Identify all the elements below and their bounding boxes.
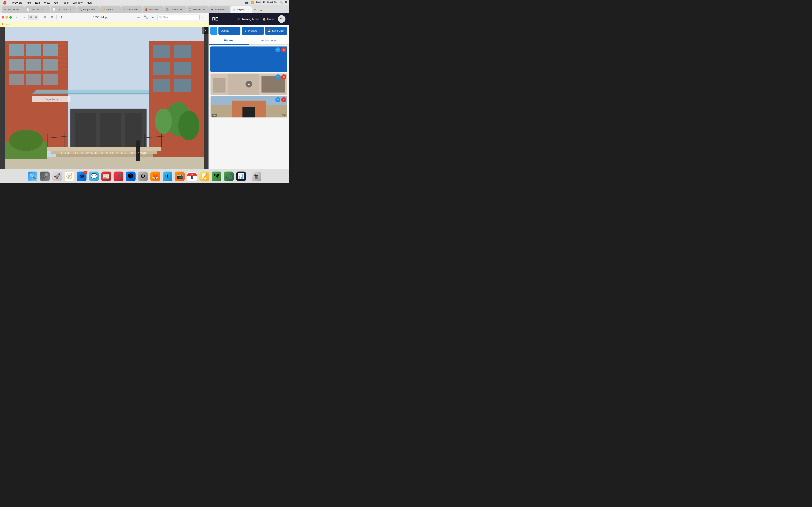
safari-icon: 🧭 xyxy=(64,172,74,181)
amplify-logo: RE xyxy=(212,16,218,22)
training-mode-nav[interactable]: 🎓 Training Mode xyxy=(237,17,259,21)
tab-amplify-close[interactable]: ✕ xyxy=(247,8,250,11)
dock-calendar[interactable]: SEP 6 xyxy=(187,171,198,182)
preview-button[interactable]: 🖥 Preview xyxy=(242,27,264,35)
tab-store[interactable]: 🛒 Our Store xyxy=(121,6,142,13)
dock-safari[interactable]: 🧭 xyxy=(64,171,75,182)
zoom-out-button[interactable]: ⊖ xyxy=(42,14,48,20)
new-tab-button[interactable]: + xyxy=(252,7,258,13)
tab-overflow-button[interactable]: ⌄ xyxy=(258,7,264,13)
update-button[interactable]: Update xyxy=(218,27,241,35)
dock-launchpad[interactable]: 🚀 xyxy=(52,171,63,182)
dock-photos[interactable]: 📷 xyxy=(174,171,185,182)
user-avatar[interactable]: YL xyxy=(278,15,286,23)
main-thumb-edit-button[interactable]: ✏ xyxy=(275,47,281,52)
back-action-button[interactable]: ‹ xyxy=(210,27,217,35)
preview-close-button[interactable]: ✕ xyxy=(202,27,208,34)
airplay-icon[interactable]: 📺 xyxy=(245,1,248,4)
photo-thumb-1[interactable]: ✏ ✕ ▶ xyxy=(210,73,287,95)
thumb1-delete-button[interactable]: ✕ xyxy=(281,74,286,79)
dock-mail[interactable]: ✉ 1 xyxy=(76,171,87,182)
rotate-button[interactable]: ↩ xyxy=(150,14,156,20)
menu-help[interactable]: Help xyxy=(86,1,93,4)
markup-button[interactable]: ✏ xyxy=(136,14,142,20)
dock-siri[interactable]: 🎤 xyxy=(39,171,50,182)
dock-firefox[interactable]: 🦊 xyxy=(150,171,161,182)
dock-trash[interactable]: 🗑 xyxy=(251,171,262,182)
menu-file[interactable]: File xyxy=(26,1,32,4)
dock-music[interactable]: 🎵 xyxy=(113,171,124,182)
forward-button[interactable]: › xyxy=(21,14,27,20)
spotlight-icon[interactable]: 🔍 xyxy=(280,1,283,4)
menu-tools[interactable]: Tools xyxy=(61,1,69,4)
preview-toolbar: ‹ › ⊞ ▤ ⊖ ⊕ ⬆ _1350144.jpg ✏ 🔧 ↩ 🔍 Searc… xyxy=(0,13,208,22)
tab-attachments[interactable]: Attachments xyxy=(249,36,289,45)
tab-signin[interactable]: 🔑 Sign In xyxy=(100,6,121,13)
main-photo-thumbnail[interactable]: ✏ ✕ xyxy=(210,47,287,72)
dock-notes[interactable]: 📝 xyxy=(199,171,210,182)
save-draft-button[interactable]: 💾 Save Draft xyxy=(265,27,287,35)
dock-finder[interactable]: 🔍 xyxy=(27,171,38,182)
fullscreen-button[interactable] xyxy=(9,16,12,18)
menu-window[interactable]: Window xyxy=(72,1,83,4)
tab-mail[interactable]: ✉ RE: 411b C... xyxy=(2,6,24,13)
tools-button[interactable]: 🔧 xyxy=(143,14,149,20)
dock-torpedo[interactable]: ✈ xyxy=(162,171,173,182)
chu2-favicon: 📄 xyxy=(53,8,56,11)
tab-amplify[interactable]: 📊 Amplify ✕ xyxy=(231,6,252,13)
facetime-icon: 📹 xyxy=(224,172,234,181)
tab-trreb2[interactable]: 🏠 TRREB - M... xyxy=(187,6,209,13)
minimize-button[interactable] xyxy=(5,16,8,18)
dock-istat[interactable]: 📊 xyxy=(236,171,247,182)
tab-freeholds[interactable]: 🏘 Freeholds ... xyxy=(209,6,230,13)
more-button[interactable]: ⋯ xyxy=(201,14,207,20)
photo-thumb-2[interactable]: ✏ ✕ .jpg 0/50 xyxy=(210,96,287,117)
browser-window: ✉ RE: 411b C... 📄 Chu Liu 2023 T... 📄 Ch… xyxy=(0,5,289,183)
main-thumb-delete-button[interactable]: ✕ xyxy=(281,47,286,52)
svg-point-47 xyxy=(9,130,43,151)
menu-edit[interactable]: Edit xyxy=(34,1,41,4)
battery-status: 89% xyxy=(256,1,261,4)
dock-messages[interactable]: 💬 xyxy=(88,171,99,182)
dock-appstore[interactable]: 🅐 xyxy=(125,171,136,182)
svg-rect-22 xyxy=(153,45,170,58)
dock-syspref[interactable]: ⚙ xyxy=(138,171,148,182)
toolbar-separator-2 xyxy=(56,15,57,19)
close-button[interactable] xyxy=(2,16,4,18)
mail-favicon: ✉ xyxy=(4,8,7,11)
trreb2-favicon: 🏠 xyxy=(189,8,192,11)
notification-center-icon[interactable]: ☰ xyxy=(285,1,287,4)
tab-people[interactable]: 🔍 People and ... xyxy=(77,6,100,13)
view-sidebar-button[interactable]: ⊞ xyxy=(29,15,33,20)
amplify-panel: RE 🎓 Training Mode 🏠 Home YL ‹ xyxy=(208,13,289,169)
amplify-photos-area[interactable]: ✏ ✕ ✏ ✕ xyxy=(209,45,289,169)
syspref-icon: ⚙ xyxy=(138,172,148,181)
svg-rect-30 xyxy=(100,113,121,147)
home-nav[interactable]: 🏠 Home xyxy=(262,17,274,21)
tab-teachers[interactable]: 🍎 Teachers -... xyxy=(143,6,164,13)
tab-photos[interactable]: Photos xyxy=(209,36,249,45)
amplify-nav: 🎓 Training Mode 🏠 Home YL xyxy=(237,15,286,23)
menu-preview[interactable]: Preview xyxy=(11,1,23,4)
tab-chu2[interactable]: 📄 Chu Liu 2023 T... xyxy=(51,6,77,13)
tab-trreb1[interactable]: 🏠 TRREB - M... xyxy=(164,6,186,13)
thumb2-delete-button[interactable]: ✕ xyxy=(281,97,286,102)
dock-facetime[interactable]: 📹 xyxy=(223,171,234,182)
share-button[interactable]: ⬆ xyxy=(58,14,64,20)
firefox-icon: 🦊 xyxy=(150,172,160,181)
toolbar-separator-1 xyxy=(40,15,40,19)
thumb1-edit-button[interactable]: ✏ xyxy=(275,74,281,79)
preview-search-bar[interactable]: 🔍 Search xyxy=(157,14,200,20)
apple-menu[interactable]: 🍎 xyxy=(2,1,8,5)
back-button[interactable]: ‹ xyxy=(14,14,20,20)
tab-chu1[interactable]: 📄 Chu Liu 2023 T... xyxy=(24,6,50,13)
menu-view[interactable]: View xyxy=(43,1,51,4)
zoom-in-button[interactable]: ⊕ xyxy=(49,14,55,20)
dock-news[interactable]: 📰 xyxy=(101,171,112,182)
dock-maps[interactable]: 🗺 xyxy=(211,171,222,182)
thumb2-edit-button[interactable]: ✏ xyxy=(275,97,281,102)
amplify-favicon: 📊 xyxy=(233,8,236,11)
view-list-button[interactable]: ▤ xyxy=(33,15,38,20)
svg-rect-32 xyxy=(47,147,161,151)
menu-go[interactable]: Go xyxy=(53,1,59,4)
